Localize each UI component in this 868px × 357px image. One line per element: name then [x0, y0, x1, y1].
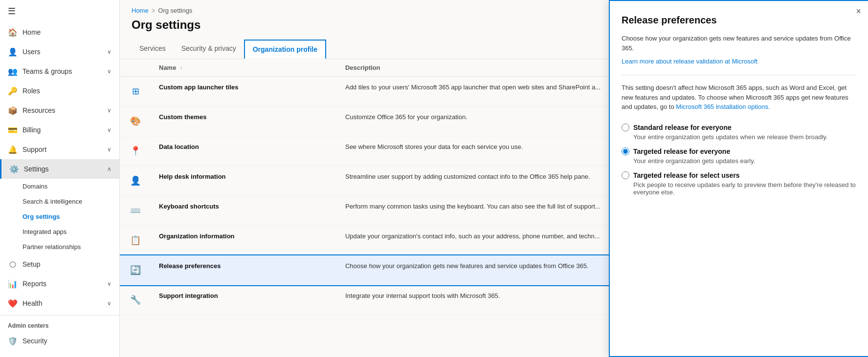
sidebar-resources-label: Resources: [22, 106, 55, 114]
release-pref-icon: 🔄: [128, 262, 143, 278]
sidebar-reports-label: Reports: [22, 280, 46, 288]
panel-title: Release preferences: [622, 15, 856, 26]
targeted-select-desc: Pick people to receive updates early to …: [622, 181, 856, 196]
row-name: Help desk information: [151, 166, 337, 196]
tab-services[interactable]: Services: [132, 40, 174, 59]
sidebar-item-billing[interactable]: 💳 Billing ∨: [0, 120, 119, 140]
tab-security-privacy[interactable]: Security & privacy: [174, 40, 244, 59]
panel-note: This setting doesn't affect how Microsof…: [622, 75, 856, 112]
row-icon-cell: ⌨️: [120, 196, 151, 226]
org-info-icon: 📋: [128, 232, 143, 248]
row-name: Support integration: [151, 285, 337, 315]
sidebar-item-settings[interactable]: ⚙️ Settings ∧: [0, 159, 119, 179]
sidebar-support-label: Support: [22, 146, 46, 153]
row-name: Release preferences: [151, 255, 337, 285]
admin-centers-label: Admin centers: [0, 317, 119, 331]
standard-release-label[interactable]: Standard release for everyone: [633, 124, 732, 131]
helpdesk-icon: 👤: [128, 173, 143, 189]
sidebar-item-resources[interactable]: 📦 Resources ∨: [0, 101, 119, 120]
breadcrumb-separator: >: [152, 7, 156, 14]
sidebar-sub-domains[interactable]: Domains: [0, 179, 119, 194]
row-name: Organization information: [151, 226, 337, 255]
home-icon: 🏠: [8, 27, 18, 37]
sidebar-setup-label: Setup: [22, 260, 41, 268]
tab-organization-profile[interactable]: Organization profile: [244, 40, 326, 59]
breadcrumb-current: Org settings: [158, 7, 192, 14]
sort-icon: ↑: [180, 65, 183, 71]
reports-icon: 📊: [8, 279, 18, 289]
release-preferences-panel: × Release preferences Choose how your or…: [609, 0, 868, 357]
row-name: Custom app launcher tiles: [151, 77, 337, 106]
hamburger-menu[interactable]: ☰: [0, 0, 119, 22]
reports-chevron-icon: ∨: [107, 280, 111, 287]
sidebar-item-users[interactable]: 👤 Users ∨: [0, 42, 119, 62]
sidebar-item-home[interactable]: 🏠 Home: [0, 22, 119, 42]
support-icon: 🔔: [8, 145, 18, 154]
release-options-group: Standard release for everyone Your entir…: [622, 124, 856, 196]
targeted-select-label[interactable]: Targeted release for select users: [633, 171, 740, 179]
resources-chevron-icon: ∨: [107, 107, 111, 114]
col-name[interactable]: Name ↑: [151, 59, 337, 77]
sidebar-home-label: Home: [22, 28, 41, 36]
breadcrumb-home-link[interactable]: Home: [132, 7, 149, 14]
panel-description: Choose how your organization gets new fe…: [622, 34, 856, 53]
keyboard-icon: ⌨️: [128, 203, 143, 218]
support-integration-icon: 🔧: [128, 292, 143, 308]
row-icon-cell: ⊞: [120, 77, 151, 106]
sidebar-sub-search-intelligence[interactable]: Search & intelligence: [0, 194, 119, 209]
sidebar-roles-label: Roles: [22, 87, 40, 95]
row-name: Keyboard shortcuts: [151, 196, 337, 226]
main-area: Home > Org settings Org settings Service…: [120, 0, 868, 357]
sidebar-item-security[interactable]: 🛡️ Security: [0, 331, 119, 351]
option-targeted-everyone: Targeted release for everyone Your entir…: [622, 147, 856, 165]
teams-groups-icon: 👥: [8, 66, 18, 76]
sidebar-item-support[interactable]: 🔔 Support ∨: [0, 140, 119, 159]
sidebar-item-health[interactable]: ❤️ Health ∨: [0, 294, 119, 313]
setup-icon: ⬡: [8, 259, 18, 269]
billing-icon: 💳: [8, 125, 18, 135]
standard-release-radio[interactable]: [622, 124, 629, 131]
sidebar-health-label: Health: [22, 299, 42, 307]
security-icon: 🛡️: [8, 336, 18, 346]
sidebar-item-setup[interactable]: ⬡ Setup: [0, 254, 119, 274]
targeted-everyone-desc: Your entire organization gets updates ea…: [622, 157, 856, 165]
sidebar-security-label: Security: [22, 337, 47, 345]
roles-icon: 🔑: [8, 86, 18, 96]
sidebar-sub-org-settings[interactable]: Org settings: [0, 209, 119, 224]
sidebar-users-label: Users: [22, 48, 41, 56]
custom-themes-icon: 🎨: [128, 113, 143, 129]
targeted-everyone-label[interactable]: Targeted release for everyone: [633, 147, 730, 155]
users-chevron-icon: ∨: [107, 48, 111, 55]
targeted-everyone-radio[interactable]: [622, 147, 629, 155]
sidebar-sub-integrated-apps[interactable]: Integrated apps: [0, 224, 119, 239]
standard-release-desc: Your entire organization gets updates wh…: [622, 133, 856, 141]
row-icon-cell: 🎨: [120, 106, 151, 136]
sidebar-item-reports[interactable]: 📊 Reports ∨: [0, 274, 119, 294]
sidebar: ☰ 🏠 Home 👤 Users ∨ 👥 Teams & groups ∨ 🔑 …: [0, 0, 120, 357]
partner-relationships-label: Partner relationships: [22, 243, 81, 251]
support-chevron-icon: ∨: [107, 146, 111, 153]
row-name: Custom themes: [151, 106, 337, 136]
sidebar-item-roles[interactable]: 🔑 Roles: [0, 81, 119, 101]
sidebar-divider: [0, 315, 119, 315]
health-icon: ❤️: [8, 298, 18, 308]
panel-learn-more-link[interactable]: Learn more about release validation at M…: [622, 58, 856, 65]
search-intelligence-label: Search & intelligence: [22, 198, 82, 205]
health-chevron-icon: ∨: [107, 300, 111, 307]
integrated-apps-label: Integrated apps: [22, 228, 67, 235]
settings-icon: ⚙️: [9, 164, 19, 174]
data-location-icon: 📍: [128, 143, 143, 159]
org-settings-label: Org settings: [22, 213, 60, 220]
row-icon-cell: 📍: [120, 136, 151, 166]
sidebar-settings-label: Settings: [24, 165, 49, 173]
resources-icon: 📦: [8, 105, 18, 115]
option-targeted-select: Targeted release for select users Pick p…: [622, 171, 856, 196]
teams-chevron-icon: ∨: [107, 68, 111, 75]
sidebar-item-teams-groups[interactable]: 👥 Teams & groups ∨: [0, 62, 119, 81]
targeted-select-radio[interactable]: [622, 171, 629, 179]
sidebar-sub-partner-relationships[interactable]: Partner relationships: [0, 239, 119, 254]
panel-note-link[interactable]: Microsoft 365 installation options.: [676, 103, 770, 110]
panel-close-button[interactable]: ×: [856, 7, 861, 16]
row-name: Data location: [151, 136, 337, 166]
option-standard-release: Standard release for everyone Your entir…: [622, 124, 856, 141]
